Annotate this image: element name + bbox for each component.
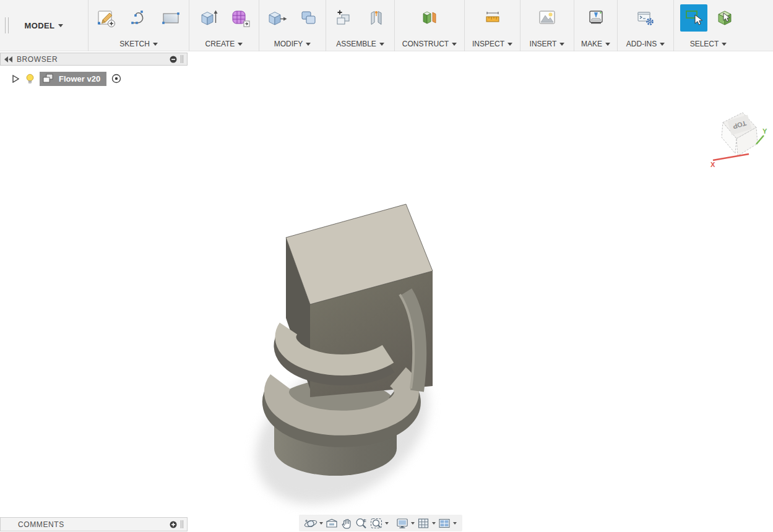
- freeform-select-button[interactable]: [712, 4, 737, 32]
- browser-panel: BROWSER Flower v20: [0, 53, 188, 86]
- toolbar-group-insert: INSERT: [520, 0, 574, 51]
- insert-menu-label: INSERT: [530, 40, 557, 48]
- view-cube[interactable]: TOP X Y: [706, 106, 771, 173]
- viewports-dropdown[interactable]: [452, 516, 458, 531]
- activate-component-radio[interactable]: [111, 74, 121, 84]
- create-form-button[interactable]: [228, 4, 253, 32]
- insert-menu[interactable]: INSERT: [520, 40, 574, 48]
- construct-menu[interactable]: CONSTRUCT: [395, 40, 464, 48]
- remove-panel-icon[interactable]: [170, 56, 177, 63]
- press-pull-button[interactable]: [264, 4, 289, 32]
- x-axis-line: [713, 154, 749, 160]
- print-3d-button[interactable]: [584, 4, 608, 32]
- grid-icon: [417, 517, 430, 530]
- construction-plane-button[interactable]: [417, 4, 442, 32]
- construct-menu-label: CONSTRUCT: [402, 40, 449, 48]
- extrude-icon: [197, 7, 219, 29]
- comments-panel: COMMENTS: [0, 517, 188, 531]
- combine-icon: [298, 7, 320, 29]
- create-sketch-icon: [95, 7, 118, 29]
- display-settings-button[interactable]: [395, 516, 410, 531]
- rectangle-button[interactable]: [158, 4, 183, 32]
- modify-menu[interactable]: MODIFY: [259, 40, 326, 48]
- zoom-icon: [355, 517, 368, 530]
- toolbar-drag-grip[interactable]: [5, 17, 9, 33]
- orbit-button[interactable]: [303, 516, 318, 531]
- assemble-menu-label: ASSEMBLE: [336, 40, 376, 48]
- chevron-down-icon: [507, 43, 512, 46]
- select-menu-label: SELECT: [690, 40, 719, 48]
- fit-button[interactable]: [369, 516, 384, 531]
- chevron-down-icon: [238, 43, 243, 46]
- y-axis-label: Y: [762, 127, 767, 135]
- workspace-switcher[interactable]: MODEL: [20, 17, 69, 34]
- create-menu[interactable]: CREATE: [189, 40, 259, 48]
- grid-snaps-dropdown[interactable]: [431, 516, 437, 531]
- select-menu[interactable]: SELECT: [674, 40, 743, 48]
- insert-image-button[interactable]: [535, 4, 559, 32]
- joint-button[interactable]: [364, 4, 389, 32]
- navigation-bar: [299, 515, 462, 531]
- measure-button[interactable]: [480, 4, 505, 32]
- scripts-addins-icon: [634, 7, 657, 29]
- construction-plane-icon: [418, 7, 441, 29]
- spline-button[interactable]: [126, 4, 151, 32]
- fusion360-window: MODEL: [0, 0, 773, 532]
- scripts-addins-button[interactable]: [633, 4, 658, 32]
- visibility-bulb-icon[interactable]: [25, 74, 35, 84]
- flower-model-body[interactable]: [235, 194, 470, 516]
- toolbar-group-assemble: ASSEMBLE: [326, 0, 394, 51]
- window-select-icon: [683, 7, 705, 29]
- expand-arrow-icon[interactable]: [12, 75, 19, 83]
- toolbar-group-modify: MODIFY: [259, 0, 326, 51]
- create-sketch-button[interactable]: [94, 4, 119, 32]
- orbit-icon: [304, 517, 317, 530]
- create-form-icon: [229, 7, 251, 29]
- comments-grip[interactable]: [181, 520, 183, 528]
- rectangle-icon: [160, 7, 182, 29]
- browser-item-flower-v20[interactable]: Flower v20: [40, 72, 106, 86]
- inspect-menu[interactable]: INSPECT: [465, 40, 520, 48]
- chevron-down-icon: [605, 43, 610, 46]
- new-component-icon: [333, 7, 355, 29]
- comments-title: COMMENTS: [18, 520, 170, 529]
- new-component-button[interactable]: [332, 4, 356, 32]
- addins-menu-label: ADD-INS: [626, 40, 657, 48]
- viewports-button[interactable]: [437, 516, 452, 531]
- measure-icon: [482, 7, 504, 29]
- x-axis-label: X: [710, 161, 715, 168]
- look-at-button[interactable]: [324, 516, 339, 531]
- grid-snaps-button[interactable]: [416, 516, 431, 531]
- collapse-panel-icon[interactable]: [4, 56, 13, 62]
- add-comment-icon[interactable]: [170, 521, 177, 528]
- make-menu[interactable]: MAKE: [574, 40, 617, 48]
- toolbar-group-addins: ADD-INS: [617, 0, 673, 51]
- browser-tree: Flower v20: [12, 71, 188, 86]
- assemble-menu[interactable]: ASSEMBLE: [326, 40, 394, 48]
- chevron-down-icon: [722, 43, 727, 46]
- browser-header-grip[interactable]: [181, 55, 183, 63]
- orbit-dropdown[interactable]: [318, 516, 324, 531]
- freeform-select-icon: [714, 7, 736, 29]
- zoom-button[interactable]: [354, 516, 369, 531]
- workspace-label: MODEL: [25, 21, 55, 30]
- toolbar-group-sketch: SKETCH: [88, 0, 189, 51]
- inspect-menu-label: INSPECT: [472, 40, 504, 48]
- sketch-menu[interactable]: SKETCH: [89, 40, 189, 48]
- model-canvas[interactable]: TOP X Y: [0, 52, 773, 532]
- spline-icon: [127, 7, 150, 29]
- display-settings-dropdown[interactable]: [410, 516, 416, 531]
- look-at-icon: [325, 517, 339, 530]
- extrude-button[interactable]: [196, 4, 220, 32]
- component-name: Flower v20: [59, 74, 100, 84]
- modify-menu-label: MODIFY: [274, 40, 303, 48]
- window-select-button[interactable]: [680, 4, 707, 32]
- component-icon: [42, 74, 54, 84]
- create-menu-label: CREATE: [205, 40, 235, 48]
- chevron-down-icon: [660, 43, 665, 46]
- addins-menu[interactable]: ADD-INS: [618, 40, 673, 48]
- fit-dropdown[interactable]: [384, 516, 390, 531]
- combine-button[interactable]: [296, 4, 321, 32]
- toolbar-group-inspect: INSPECT: [464, 0, 520, 51]
- pan-button[interactable]: [339, 516, 354, 531]
